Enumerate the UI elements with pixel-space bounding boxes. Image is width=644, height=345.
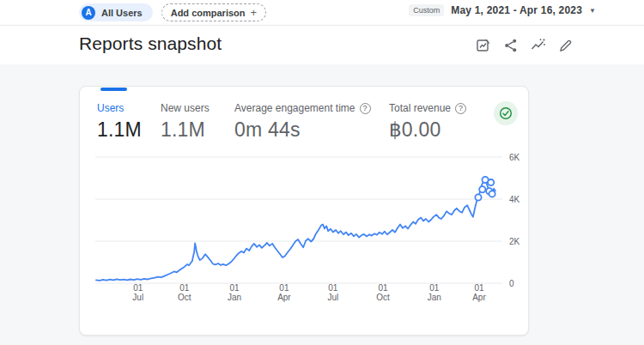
all-users-label: All Users: [101, 8, 143, 18]
scorecard-value: 1.1M: [97, 118, 142, 142]
data-quality-check-badge[interactable]: [494, 101, 518, 125]
x-axis-tick-day: 01: [328, 283, 338, 293]
scorecard-users[interactable]: Users 1.1M: [97, 102, 142, 142]
chart-edit-icon[interactable]: [476, 38, 491, 53]
y-axis-tick-label: 0: [509, 279, 514, 288]
comparison-chips: A All Users Add comparison +: [79, 3, 266, 21]
x-axis-tick-day: 01: [474, 283, 484, 293]
add-comparison-label: Add comparison: [171, 8, 246, 18]
y-axis-tick-label: 4K: [509, 195, 520, 204]
scorecard-new-users[interactable]: New users 1.1M: [161, 102, 210, 142]
x-axis-tick-day: 01: [133, 283, 143, 293]
x-axis-tick-month: Oct: [178, 293, 191, 302]
date-range-picker[interactable]: Custom May 1, 2021 - Apr 16, 2023 ▼: [409, 4, 596, 16]
snapshot-card: Users 1.1M New users 1.1M Average engage…: [79, 86, 529, 336]
content-area: Users 1.1M New users 1.1M Average engage…: [0, 64, 644, 345]
y-axis-tick-label: 6K: [509, 153, 520, 162]
all-users-avatar-icon: A: [82, 6, 95, 20]
all-users-chip[interactable]: A All Users: [79, 3, 153, 21]
date-range-value: May 1, 2021 - Apr 16, 2023: [451, 4, 582, 16]
selected-metric-tab-indicator: [100, 88, 127, 91]
help-icon[interactable]: ?: [455, 103, 466, 114]
x-axis-tick-month: Jul: [132, 293, 143, 302]
scorecard-value: 0m 44s: [234, 118, 371, 142]
ga-reports-snapshot-screen: A All Users Add comparison + Custom May …: [0, 0, 644, 345]
chevron-down-icon: ▼: [589, 8, 596, 15]
share-icon[interactable]: [503, 38, 519, 53]
y-axis-tick-label: 2K: [509, 237, 520, 246]
data-point-marker[interactable]: [475, 194, 481, 200]
x-axis-tick-day: 01: [230, 283, 240, 293]
data-point-marker[interactable]: [489, 191, 495, 197]
x-axis-tick-month: Jan: [428, 293, 441, 302]
scorecard-label: New users: [161, 102, 210, 114]
scorecard-label: Users: [97, 102, 124, 114]
x-axis-tick-day: 01: [379, 283, 389, 293]
data-point-marker[interactable]: [479, 186, 485, 192]
users-line-chart-svg[interactable]: 6K4K2K001Jul01Oct01Jan01Apr01Jul01Oct01J…: [90, 150, 524, 303]
x-axis-tick-month: Oct: [376, 293, 390, 302]
x-axis-tick-month: Apr: [277, 293, 291, 302]
scorecard-label: Average engagement time: [234, 102, 355, 114]
x-axis-tick-day: 01: [179, 283, 190, 293]
users-trend-chart[interactable]: 6K4K2K001Jul01Oct01Jan01Apr01Jul01Oct01J…: [90, 150, 524, 303]
scorecard-value: 1.1M: [161, 118, 210, 142]
x-axis-tick-day: 01: [279, 283, 289, 293]
scorecard-value: ฿0.00: [389, 118, 466, 142]
scorecard-avg-engagement-time[interactable]: Average engagement time ? 0m 44s: [234, 102, 371, 142]
x-axis-tick-month: Apr: [472, 293, 486, 302]
edit-pencil-icon[interactable]: [558, 38, 574, 53]
date-range-custom-badge: Custom: [409, 4, 444, 16]
page-title: Reports snapshot: [79, 33, 222, 54]
insights-sparkline-icon[interactable]: [531, 38, 546, 53]
x-axis-tick-month: Jul: [327, 293, 338, 302]
help-icon[interactable]: ?: [360, 103, 371, 114]
report-header: Reports snapshot: [0, 26, 644, 64]
plus-icon: +: [251, 7, 258, 18]
report-header-actions: [476, 38, 574, 53]
add-comparison-button[interactable]: Add comparison +: [161, 3, 266, 21]
data-point-marker[interactable]: [488, 179, 494, 185]
x-axis-tick-day: 01: [429, 283, 440, 293]
scorecard-total-revenue[interactable]: Total revenue ? ฿0.00: [389, 102, 466, 142]
series-line-users: [96, 180, 495, 281]
comparison-bar: A All Users Add comparison + Custom May …: [0, 0, 644, 26]
x-axis-tick-month: Jan: [228, 293, 241, 302]
checkmark-circle-icon: [499, 106, 513, 120]
scorecard-label: Total revenue: [389, 102, 451, 114]
